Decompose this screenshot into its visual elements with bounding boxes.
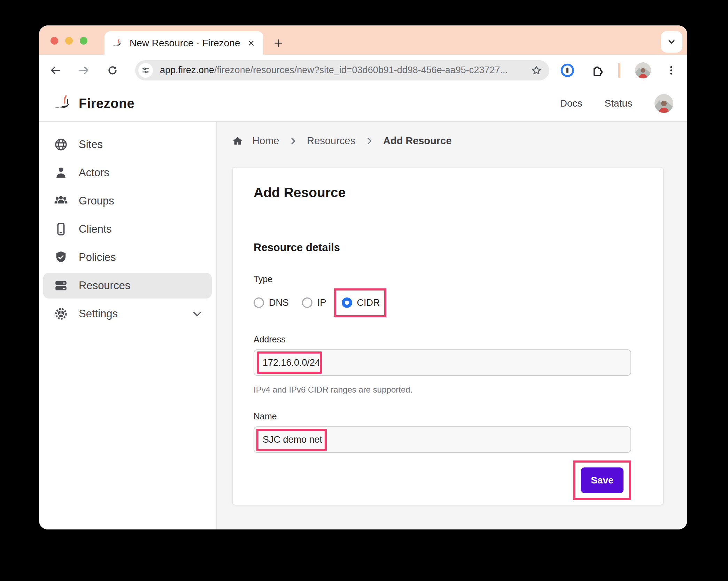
status-link[interactable]: Status (605, 98, 632, 109)
reload-icon[interactable] (107, 64, 118, 76)
type-label: Type (254, 274, 642, 284)
sidebar: Sites Actors (39, 122, 217, 529)
toolbar-extensions (560, 62, 677, 78)
sidebar-item-label: Settings (79, 308, 118, 320)
sidebar-item-sites[interactable]: Sites (43, 132, 212, 157)
breadcrumb: Home Resources Add Resource (232, 135, 687, 147)
shield-check-icon (54, 250, 68, 265)
sidebar-item-label: Groups (79, 195, 114, 207)
forward-icon[interactable] (78, 64, 90, 76)
screenshot-stage: New Resource · Firezone (0, 0, 728, 581)
kebab-menu-icon[interactable] (666, 65, 677, 76)
chevron-right-icon (364, 136, 374, 146)
browser-tab[interactable]: New Resource · Firezone (104, 31, 263, 55)
main-content: Home Resources Add Resource Add Resource… (217, 122, 687, 529)
address-help-text: IPv4 and IPv6 CIDR ranges are supported. (254, 385, 642, 395)
browser-toolbar: app.firez.one/firezone/resources/new?sit… (39, 55, 687, 86)
sidebar-item-label: Sites (79, 138, 103, 151)
app-body: Sites Actors (39, 122, 687, 529)
sidebar-item-clients[interactable]: Clients (43, 216, 212, 242)
sidebar-item-label: Resources (79, 279, 130, 292)
chevron-down-icon (191, 308, 203, 320)
radio-ip-label: IP (317, 297, 326, 308)
close-window-button[interactable] (51, 37, 58, 45)
web-page: Firezone Docs Status (39, 86, 687, 529)
brand-name: Firezone (79, 96, 134, 111)
name-input-wrap (254, 426, 642, 453)
person-icon (54, 165, 68, 180)
sidebar-item-policies[interactable]: Policies (43, 245, 212, 270)
home-icon[interactable] (232, 135, 243, 147)
mobile-icon (54, 222, 68, 237)
radio-dns-label: DNS (269, 297, 289, 308)
breadcrumb-home[interactable]: Home (252, 135, 279, 147)
avatar-photo (655, 94, 673, 113)
users-icon (54, 194, 68, 208)
url-bar[interactable]: app.firez.one/firezone/resources/new?sit… (135, 60, 549, 80)
save-button[interactable]: Save (581, 467, 624, 493)
firezone-brand[interactable]: Firezone (53, 93, 134, 114)
back-icon[interactable] (49, 64, 61, 76)
header-nav: Docs Status (560, 94, 673, 113)
address-input-wrap (254, 349, 642, 376)
app-header: Firezone Docs Status (39, 86, 687, 122)
site-settings-button[interactable] (138, 63, 153, 78)
sidebar-item-settings[interactable]: Settings (43, 301, 212, 327)
zoom-window-button[interactable] (80, 37, 87, 45)
name-input[interactable] (254, 426, 631, 453)
address-input[interactable] (254, 349, 631, 376)
sidebar-item-label: Actors (79, 166, 109, 179)
globe-icon (54, 137, 68, 152)
sidebar-item-resources[interactable]: Resources (43, 273, 212, 299)
close-tab-icon[interactable] (247, 39, 256, 48)
annotation-box-cidr: CIDR (334, 288, 386, 317)
window-controls (51, 37, 87, 45)
tab-search-button[interactable] (661, 31, 682, 53)
save-row: Save (254, 460, 631, 500)
radio-ip[interactable] (302, 297, 312, 308)
breadcrumb-resources[interactable]: Resources (307, 135, 355, 147)
firezone-favicon-icon (112, 38, 124, 49)
tab-strip: New Resource · Firezone (39, 25, 687, 55)
new-tab-icon[interactable] (273, 38, 284, 48)
breadcrumb-add-resource: Add Resource (383, 135, 452, 147)
name-label: Name (254, 411, 642, 421)
radio-cidr[interactable] (342, 297, 352, 308)
tab-title: New Resource · Firezone (130, 38, 241, 49)
chevron-right-icon (288, 136, 298, 146)
browser-profile-avatar[interactable] (635, 62, 651, 78)
url-domain: app.firez.one (160, 65, 214, 75)
user-avatar[interactable] (655, 94, 673, 113)
gear-icon (54, 307, 68, 321)
tune-icon (141, 66, 150, 75)
sidebar-item-label: Clients (79, 223, 112, 235)
server-stack-icon (54, 278, 68, 293)
annotation-box-save: Save (573, 460, 631, 500)
page-title: Add Resource (254, 185, 642, 200)
bookmark-star-icon[interactable] (530, 64, 542, 76)
avatar-photo (635, 62, 651, 78)
toolbar-divider (618, 63, 620, 78)
docs-link[interactable]: Docs (560, 98, 582, 109)
browser-window: New Resource · Firezone (39, 25, 687, 529)
radio-option-ip[interactable]: IP (302, 297, 326, 308)
add-resource-card: Add Resource Resource details Type DNS I… (232, 167, 664, 505)
firezone-logo-icon (53, 93, 75, 114)
minimize-window-button[interactable] (65, 37, 73, 45)
onepassword-icon[interactable] (560, 63, 575, 78)
extensions-puzzle-icon[interactable] (590, 63, 604, 77)
sidebar-item-label: Policies (79, 251, 116, 264)
radio-option-dns[interactable]: DNS (254, 297, 289, 308)
section-title: Resource details (254, 241, 642, 254)
sidebar-item-actors[interactable]: Actors (43, 160, 212, 186)
url-path: /firezone/resources/new?site_id=03d60b91… (214, 65, 508, 75)
address-label: Address (254, 334, 642, 344)
type-radio-group: DNS IP CIDR (254, 287, 642, 318)
url-text[interactable]: app.firez.one/firezone/resources/new?sit… (160, 65, 530, 76)
chevron-down-icon (666, 37, 677, 47)
sidebar-item-groups[interactable]: Groups (43, 188, 212, 214)
radio-option-cidr[interactable]: CIDR (342, 297, 380, 308)
radio-cidr-label: CIDR (357, 297, 380, 308)
radio-dns[interactable] (254, 297, 264, 308)
